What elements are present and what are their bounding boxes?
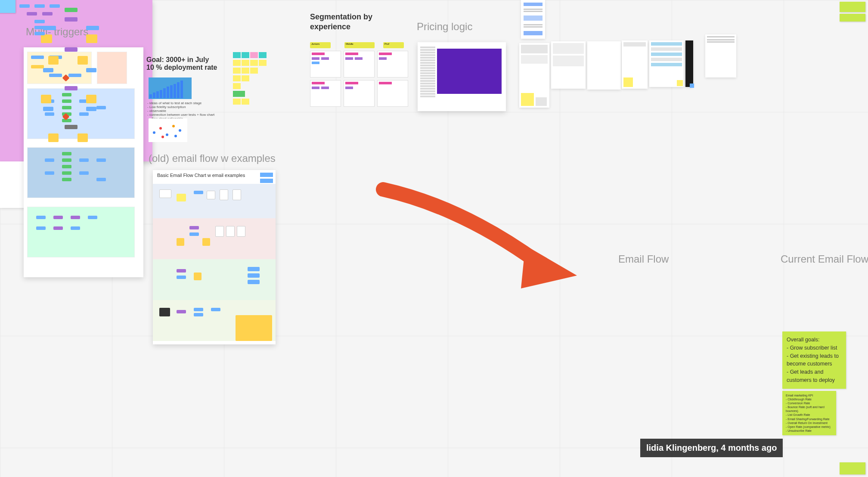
- multi-trigger-panel-3[interactable]: [27, 147, 135, 198]
- kpi-i2: - Conversion Rate: [786, 401, 833, 405]
- kpi-heading: Email marketing KPI: [786, 393, 833, 397]
- seg-card[interactable]: [344, 80, 375, 107]
- miro-canvas[interactable]: Multi- triggers: [0, 0, 868, 477]
- pricing-list: [420, 46, 435, 107]
- email-flow-note-lime-3[interactable]: [840, 462, 865, 474]
- frame-author-caption: lidia Klingenberg, 4 months ago: [640, 439, 783, 457]
- email-flow-note-lime-1[interactable]: [840, 2, 865, 12]
- goal-scatter-thumb[interactable]: [149, 118, 187, 142]
- doc-thumb-5[interactable]: [649, 40, 684, 87]
- goals-b3: - Get leads and customers to deploy: [787, 368, 842, 384]
- frame-pricing-logic[interactable]: [418, 42, 506, 111]
- seg-group-juniors[interactable]: Juniors: [310, 42, 331, 48]
- flow-row-trials: [153, 218, 276, 259]
- seg-card[interactable]: [310, 51, 341, 77]
- goal-bar-chart[interactable]: [149, 77, 192, 99]
- goal-line1: Goal: 3000+ in July: [146, 56, 217, 64]
- section-title-old-flow: (old) email flow w examples: [149, 152, 276, 164]
- kpi-i4: - List Growth Rate: [786, 413, 833, 417]
- section-title-pricing: Pricing logic: [417, 21, 472, 33]
- section-title-email-flow: Email Flow: [618, 253, 669, 265]
- doc-thumb-2[interactable]: [551, 41, 586, 89]
- flow-node: [260, 173, 273, 177]
- frame-old-email-flow[interactable]: Basic Email Flow Chart w email examples: [153, 170, 276, 344]
- email-flow-note-blue[interactable]: [0, 0, 16, 13]
- sticky-email-kpi[interactable]: Email marketing KPI - Clickthrough Rate …: [782, 391, 836, 435]
- frame-multi-triggers[interactable]: [24, 47, 143, 277]
- goals-heading: Overall goals:: [787, 336, 842, 344]
- sticky-overall-goals[interactable]: Overall goals: - Grow subscriber list - …: [782, 331, 846, 389]
- email-flow-note-lime-2[interactable]: [840, 14, 865, 22]
- multi-trigger-panel-1b[interactable]: [97, 52, 127, 84]
- doc-thumb-1[interactable]: [519, 43, 549, 108]
- kpi-i7: - Open Rate (comparative metric): [786, 425, 833, 429]
- seg-card[interactable]: [377, 51, 408, 77]
- flow-row-signup: [153, 184, 276, 218]
- seg-card[interactable]: [344, 51, 375, 77]
- kpi-i1: - Clickthrough Rate: [786, 397, 833, 401]
- seg-card[interactable]: [310, 80, 341, 107]
- kpi-i3: - Bounce Rate (soft and hard bounces): [786, 405, 833, 413]
- doc-thumb-4[interactable]: [622, 40, 648, 89]
- svg-marker-0: [521, 245, 577, 288]
- kpi-i6: - Overall Return On Investment: [786, 421, 833, 425]
- goals-b1: - Grow subscriber list: [787, 344, 842, 352]
- annotation-arrow-icon: [375, 181, 590, 293]
- section-title-segmentation: Segmentation by experience: [310, 12, 379, 32]
- pricing-highlighted-block[interactable]: [437, 49, 502, 94]
- doc-thumb-dark[interactable]: [685, 40, 693, 87]
- kpi-i5: - Email Sharing/Forwarding Rate: [786, 417, 833, 421]
- doc-thumb-3[interactable]: [587, 41, 621, 90]
- goal-notes: - ideas of what to test at each stage - …: [147, 101, 216, 121]
- doc-thumb-tall[interactable]: [521, 0, 545, 39]
- seg-group-middle[interactable]: Middle: [344, 42, 375, 48]
- frame-old-email-flow-title: Basic Email Flow Chart w email examples: [157, 173, 245, 178]
- seg-card[interactable]: [377, 80, 408, 107]
- flow-note-large[interactable]: [236, 315, 272, 341]
- seg-group-prof[interactable]: Prof: [383, 42, 404, 48]
- sticky-cluster-1[interactable]: [232, 52, 301, 106]
- flow-node: [260, 179, 273, 183]
- kpi-i8: - Unsubscribe Rate: [786, 429, 833, 433]
- section-title-current-flow: Current Email Flow: [781, 253, 868, 265]
- goals-b2: - Get existing leads to become customers: [787, 352, 842, 369]
- goal-line2: 10 % deployment rate: [146, 64, 217, 71]
- multi-trigger-panel-4[interactable]: [27, 207, 135, 257]
- doc-thumb-6[interactable]: [705, 34, 736, 77]
- goal-text: Goal: 3000+ in July 10 % deployment rate: [146, 56, 217, 71]
